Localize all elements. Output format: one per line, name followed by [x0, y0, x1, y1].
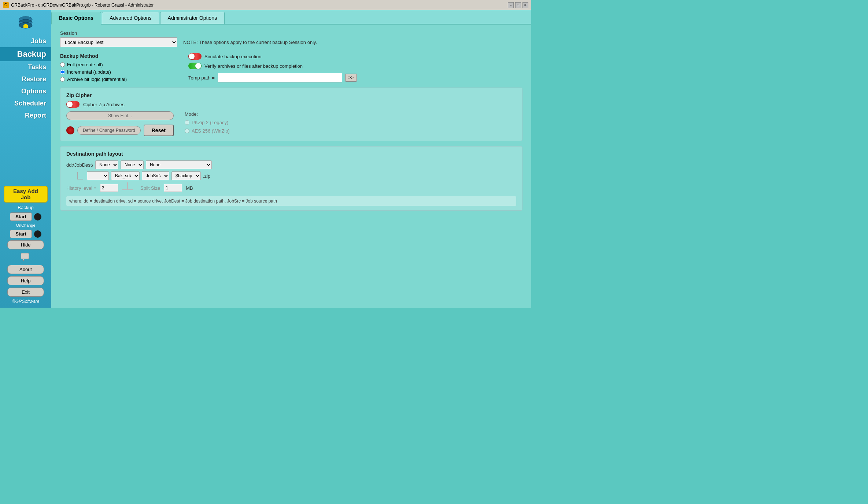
dest-row2: Bak_sd\ JobSrc\ $backup .zip [77, 171, 516, 180]
verify-row: Verify archives or files after backup co… [188, 63, 522, 69]
sidebar-item-backup[interactable]: Backup [0, 47, 51, 61]
dest-select-1[interactable]: None [95, 160, 118, 169]
onchange-toggle[interactable] [34, 230, 41, 238]
backup-method-incremental[interactable]: Incremental (update) [60, 69, 177, 75]
easy-add-job-button[interactable]: Easy Add Job [4, 186, 48, 203]
backup-method-col: Backup Method Full (recreate all) Increm… [60, 53, 177, 82]
dest-select-sub4[interactable]: $backup [171, 171, 201, 180]
backup-method-archive[interactable]: Archive bit logic (differential) [60, 77, 177, 82]
cipher-left: Show Hint... Define / Change Password Re… [66, 111, 174, 136]
temp-path-row: Temp path = >> [188, 73, 522, 82]
dest-select-sub2[interactable]: Bak_sd\ [111, 171, 140, 180]
cipher-toggle-knob [67, 101, 73, 107]
destination-path-label: Destination path layout [66, 151, 516, 157]
split-size-input[interactable] [164, 184, 182, 192]
title-bar-buttons: − □ ✕ [508, 2, 528, 8]
minimize-button[interactable]: − [508, 2, 514, 8]
sidebar-item-scheduler[interactable]: Scheduler [0, 97, 51, 110]
backup-method-radio-group: Full (recreate all) Incremental (update)… [60, 62, 177, 82]
hide-button[interactable]: Hide [7, 240, 44, 249]
sidebar-item-options[interactable]: Options [0, 85, 51, 97]
mode-aes256[interactable]: AES 256 (WinZip) [185, 128, 230, 134]
sidebar-item-restore[interactable]: Restore [0, 73, 51, 85]
cipher-toggle[interactable] [66, 101, 80, 108]
exit-button[interactable]: Exit [7, 288, 44, 297]
about-button[interactable]: About [7, 265, 44, 274]
verify-label: Verify archives or files after backup co… [204, 63, 303, 69]
main-panel: Session Local Backup Test NOTE: These op… [51, 25, 531, 308]
zip-ext: .zip [203, 173, 210, 179]
tabs-bar: Basic Options Advanced Options Administr… [51, 10, 531, 25]
sidebar-bottom: Easy Add Job Backup Start OnChange Start… [0, 186, 51, 308]
browse-button[interactable]: >> [345, 74, 357, 82]
title-bar: G GRBackPro - d:\GRDown\GRBakPro.grb - R… [0, 0, 531, 10]
start-onchange-row: Start [10, 230, 41, 238]
svg-point-7 [23, 24, 28, 26]
password-row: Define / Change Password Reset [66, 125, 174, 136]
cipher-right: Mode: PKZip 2 (Legacy) AES 256 (WinZip) [185, 111, 230, 134]
maximize-button[interactable]: □ [515, 2, 521, 8]
simulate-toggle[interactable] [188, 53, 202, 60]
dest-select-3[interactable]: None [146, 160, 212, 169]
zip-cipher-label: Zip Cipher [66, 92, 516, 98]
backup-method-label: Backup Method [60, 53, 177, 59]
dest-prefix: dd:\JobDest\ [66, 162, 93, 168]
help-button[interactable]: Help [7, 276, 44, 285]
start-backup-row: Start [10, 212, 41, 221]
start-onchange-button[interactable]: Start [10, 230, 32, 238]
history-level-input[interactable] [100, 184, 118, 192]
close-button[interactable]: ✕ [522, 2, 528, 8]
reset-button[interactable]: Reset [144, 125, 174, 136]
mb-label: MB [186, 185, 193, 191]
session-label: Session [60, 30, 522, 36]
sidebar-item-jobs[interactable]: Jobs [0, 35, 51, 47]
temp-path-label: Temp path = [188, 75, 215, 81]
destination-path-section: Destination path layout dd:\JobDest\ Non… [60, 146, 522, 211]
mode-pkzip[interactable]: PKZip 2 (Legacy) [185, 120, 230, 125]
tab-administrator-options[interactable]: Administrator Options [160, 12, 225, 24]
t-shape-icon [122, 182, 137, 193]
temp-path-input[interactable] [218, 73, 342, 82]
right-options-col: Simulate backup execution Verify archive… [188, 53, 522, 82]
dest-select-sub3[interactable]: JobSrc\ [142, 171, 169, 180]
start-toggle[interactable] [34, 213, 41, 220]
session-note: NOTE: These options apply to the current… [183, 40, 317, 45]
simulate-label: Simulate backup execution [204, 54, 261, 59]
simulate-row: Simulate backup execution [188, 53, 522, 60]
zip-cipher-section: Zip Cipher Cipher Zip Archives Show Hint… [60, 88, 522, 141]
app-logo [16, 14, 35, 32]
verify-toggle[interactable] [188, 63, 202, 69]
grsoftware-label: ©GRSoftware [12, 299, 39, 304]
session-row: Local Backup Test NOTE: These options ap… [60, 37, 522, 47]
session-select[interactable]: Local Backup Test [60, 37, 177, 47]
verify-toggle-knob [195, 63, 201, 69]
backup-sublabel: Backup [18, 205, 33, 210]
title-bar-text: GRBackPro - d:\GRDown\GRBakPro.grb - Rob… [11, 3, 508, 8]
simulate-toggle-knob [189, 53, 195, 59]
dest-select-sub1[interactable] [87, 171, 109, 180]
show-hint-button[interactable]: Show Hint... [66, 111, 174, 120]
svg-marker-9 [23, 259, 24, 261]
split-size-label: Split Size [140, 185, 160, 191]
dest-row1: dd:\JobDest\ None None None [66, 160, 516, 169]
l-shape-icon [77, 172, 83, 179]
cipher-header: Cipher Zip Archives [66, 101, 516, 108]
sidebar: Jobs Backup Tasks Restore Options Schedu… [0, 10, 51, 308]
sidebar-item-report[interactable]: Report [0, 110, 51, 122]
start-backup-button[interactable]: Start [10, 212, 32, 221]
cipher-toggle-label: Cipher Zip Archives [83, 102, 125, 107]
dest-select-2[interactable]: None [121, 160, 144, 169]
mode-label: Mode: [185, 111, 230, 117]
define-password-button[interactable]: Define / Change Password [77, 126, 141, 135]
sidebar-item-tasks[interactable]: Tasks [0, 61, 51, 73]
backup-method-full[interactable]: Full (recreate all) [60, 62, 177, 67]
content-area: Basic Options Advanced Options Administr… [51, 10, 531, 308]
onchange-label: OnChange [16, 223, 35, 227]
svg-rect-8 [21, 253, 29, 259]
tab-basic-options[interactable]: Basic Options [51, 12, 101, 25]
cipher-body: Show Hint... Define / Change Password Re… [66, 111, 516, 136]
options-two-col: Backup Method Full (recreate all) Increm… [60, 53, 522, 82]
password-indicator [66, 126, 74, 134]
tab-advanced-options[interactable]: Advanced Options [102, 12, 159, 24]
chat-icon[interactable] [19, 252, 32, 263]
